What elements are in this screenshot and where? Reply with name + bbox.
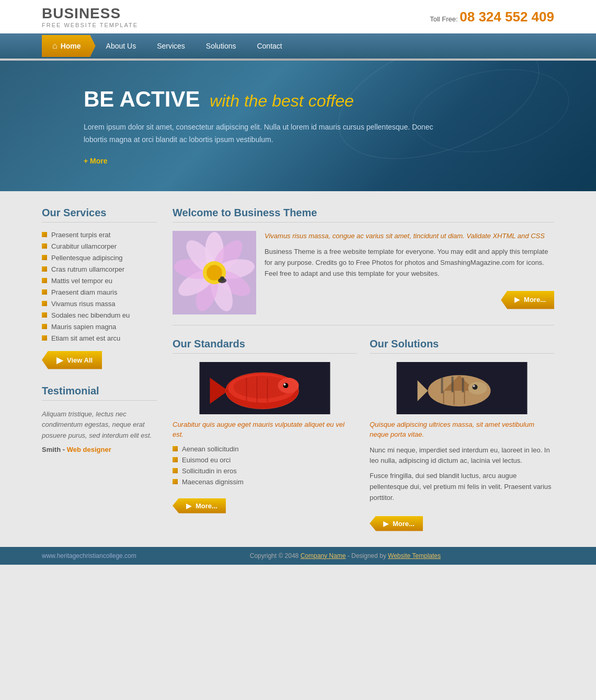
hero-banner: BE ACTIVE with the best coffee Lorem ips…: [0, 61, 596, 191]
welcome-more-wrap: ▶ More...: [265, 286, 554, 309]
service-item[interactable]: Vivamus risus massa: [42, 300, 157, 308]
hero-description: Lorem ipsum dolor sit amet, consectetur …: [84, 121, 450, 146]
footer-url: www.heritagechristiancollege.com: [42, 552, 136, 559]
solutions-title: Our Solutions: [370, 338, 554, 354]
nav-home[interactable]: ⌂ Home: [42, 35, 96, 57]
phone-area: Toll Free: 08 324 552 409: [430, 9, 554, 25]
services-list: Praesent turpis eratCurabitur ullamcorpe…: [42, 231, 157, 342]
solutions-more-button[interactable]: ▶ More...: [370, 516, 423, 531]
angel-fish-svg: [370, 362, 554, 414]
welcome-text-area: Vivamus risus massa, congue ac varius si…: [265, 231, 554, 314]
standard-item: Sollicitudin in eros: [173, 467, 357, 475]
flower-svg: [173, 231, 256, 314]
bullet-icon: [42, 243, 47, 249]
hero-title-gold: with the best coffee: [210, 91, 354, 110]
svg-point-21: [284, 383, 286, 386]
svg-point-30: [468, 382, 487, 394]
service-item[interactable]: Mauris sapien magna: [42, 323, 157, 331]
phone-label: Toll Free:: [430, 15, 457, 23]
svg-rect-38: [462, 378, 464, 392]
arrow-icon: ▶: [186, 502, 191, 510]
hero-heading: BE ACTIVE with the best coffee: [84, 87, 512, 112]
view-all-button[interactable]: ▶ View All: [42, 351, 102, 369]
service-item[interactable]: Praesent diam mauris: [42, 288, 157, 296]
service-item[interactable]: Pellentesque adipiscing: [42, 254, 157, 262]
welcome-image: [173, 231, 256, 314]
logo-title: BUSINESS: [42, 5, 138, 22]
standards-image: [173, 362, 357, 414]
site-header: BUSINESS FREE WEBSITE TEMPLATE Toll Free…: [0, 0, 596, 33]
solutions-section: Our Solutions: [370, 338, 554, 531]
service-item[interactable]: Sodales nec bibendum eu: [42, 311, 157, 319]
standards-more-button[interactable]: ▶ More...: [173, 498, 226, 514]
bullet-icon: [42, 312, 47, 318]
bullet-icon: [42, 232, 47, 237]
hero-more-link[interactable]: + More: [84, 157, 512, 165]
testimonial-role-link[interactable]: Web designer: [67, 446, 111, 453]
bullet-icon: [173, 457, 178, 462]
website-templates-link[interactable]: Website Templates: [388, 552, 441, 559]
bullet-icon: [42, 266, 47, 272]
logo: BUSINESS FREE WEBSITE TEMPLATE: [42, 5, 138, 28]
welcome-more-label: More...: [524, 295, 546, 306]
welcome-highlight: Vivamus risus massa, congue ac varius si…: [265, 231, 554, 242]
sidebar: Our Services Praesent turpis eratCurabit…: [42, 207, 157, 531]
bullet-icon: [42, 255, 47, 260]
phone-number: 08 324 552 409: [460, 9, 554, 25]
bullet-icon: [173, 479, 178, 484]
red-fish-svg: [173, 362, 357, 414]
welcome-section: Welcome to Business Theme: [173, 207, 554, 325]
standards-more-wrap: ▶ More...: [173, 493, 357, 514]
svg-point-13: [220, 276, 224, 281]
nav-contact[interactable]: Contact: [246, 33, 292, 59]
services-title: Our Services: [42, 207, 157, 223]
solutions-image: [370, 362, 554, 414]
bullet-icon: [42, 335, 47, 341]
welcome-more-button[interactable]: ▶ More...: [501, 291, 554, 309]
welcome-title: Welcome to Business Theme: [173, 207, 554, 223]
standards-more-label: More...: [196, 502, 217, 510]
standard-item: Euismod eu orci: [173, 456, 357, 464]
bullet-icon: [173, 468, 178, 473]
bullet-icon: [42, 324, 47, 329]
main-content-area: Welcome to Business Theme: [173, 207, 554, 531]
site-footer: www.heritagechristiancollege.com Copyrig…: [0, 547, 596, 565]
service-item[interactable]: Curabitur ullamcorper: [42, 242, 157, 250]
standard-item: Aenean sollicitudin: [173, 445, 357, 453]
service-item[interactable]: Praesent turpis erat: [42, 231, 157, 239]
view-all-label: View All: [67, 356, 93, 364]
welcome-inner: Vivamus risus massa, congue ac varius si…: [173, 231, 554, 314]
main-content: Our Services Praesent turpis eratCurabit…: [0, 191, 596, 547]
home-icon: ⌂: [52, 41, 58, 51]
main-nav: ⌂ Home About Us Services Solutions Conta…: [0, 33, 596, 59]
standard-item: Maecenas dignissim: [173, 478, 357, 486]
nav-services[interactable]: Services: [146, 33, 196, 59]
svg-point-11: [207, 265, 222, 281]
lower-sections: Our Standards: [173, 338, 554, 531]
nav-about[interactable]: About Us: [96, 33, 147, 59]
service-item[interactable]: Mattis vel tempor eu: [42, 277, 157, 285]
solutions-more-label: More...: [393, 520, 415, 528]
service-item[interactable]: Cras rutrum ullamcorper: [42, 265, 157, 273]
service-item[interactable]: Etiam sit amet est arcu: [42, 334, 157, 342]
company-name-link[interactable]: Company Name: [301, 552, 346, 559]
svg-point-32: [473, 385, 475, 387]
standards-section: Our Standards: [173, 338, 357, 531]
standards-title: Our Standards: [173, 338, 357, 354]
standards-list: Aenean sollicitudinEuismod eu orciSollic…: [173, 445, 357, 486]
arrow-icon: ▶: [56, 355, 63, 365]
nav-solutions[interactable]: Solutions: [196, 33, 247, 59]
hero-title-white: BE ACTIVE: [84, 87, 200, 111]
testimonial-section: Testimonial Aliquam tristique, lectus ne…: [42, 385, 157, 453]
bullet-icon: [173, 446, 178, 451]
footer-copy: Copyright © 2048 Company Name - Designed…: [136, 552, 554, 559]
arrow-icon: ▶: [514, 295, 520, 306]
bullet-icon: [42, 289, 47, 295]
svg-rect-36: [441, 378, 443, 393]
testimonial-author: Smith - Web designer: [42, 446, 157, 453]
logo-subtitle: FREE WEBSITE TEMPLATE: [42, 22, 138, 28]
standards-caption: Curabitur quis augue eget mauris vulputa…: [173, 419, 357, 440]
bullet-icon: [42, 301, 47, 306]
solutions-body1: Nunc mi neque, imperdiet sed interdum eu…: [370, 445, 554, 467]
svg-point-31: [473, 384, 478, 390]
